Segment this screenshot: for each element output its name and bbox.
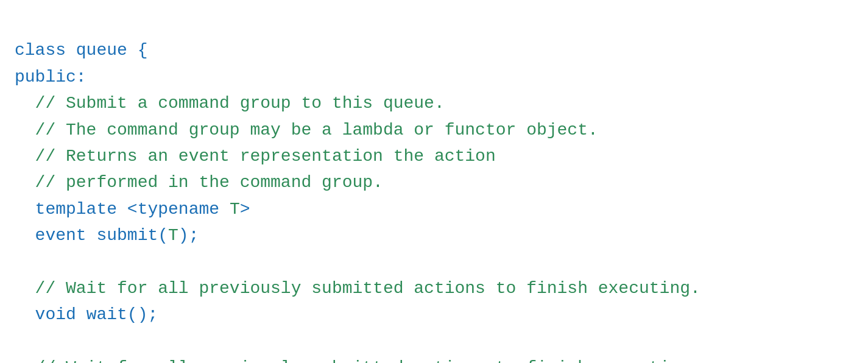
comment-1: // Submit a command group to this queue. xyxy=(15,94,445,113)
wait-signature: wait(); xyxy=(76,305,158,324)
code-block: class queue { public: // Submit a comman… xyxy=(15,11,853,363)
submit-signature: submit( xyxy=(86,226,168,245)
submit-close: ); xyxy=(178,226,199,245)
keyword-typename: typename xyxy=(138,200,219,219)
keyword-event: event xyxy=(15,226,86,245)
keyword-public: public xyxy=(15,68,76,86)
comment-5: // Wait for all previously submitted act… xyxy=(15,279,700,298)
type-param-T: T xyxy=(230,200,240,219)
template-open: < xyxy=(117,200,138,219)
comment-3: // Returns an event representation the a… xyxy=(15,147,496,166)
comment-2: // The command group may be a lambda or … xyxy=(15,121,598,139)
class-name: queue { xyxy=(66,41,147,60)
keyword-void-wait: void xyxy=(15,305,76,324)
comment-6: // Wait for all previously submitted act… xyxy=(15,358,700,363)
comment-4: // performed in the command group. xyxy=(15,173,383,192)
keyword-template: template xyxy=(15,200,117,219)
template-close: > xyxy=(240,200,250,219)
colon: : xyxy=(76,68,86,86)
type-param-T2: T xyxy=(168,226,178,245)
keyword-class: class xyxy=(15,41,66,60)
